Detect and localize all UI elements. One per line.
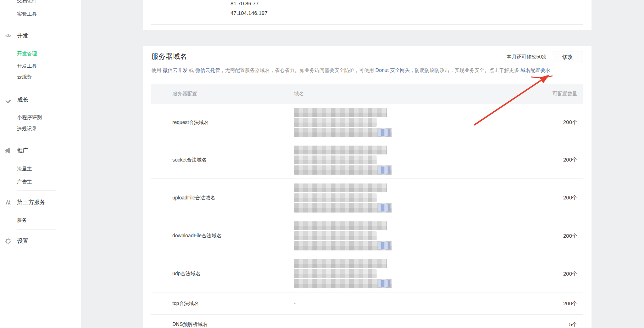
quota-remaining-text: 本月还可修改50次 bbox=[506, 54, 547, 60]
redacted-domains bbox=[294, 183, 395, 213]
row-config-label: DNS预解析域名 bbox=[151, 321, 294, 328]
quota-area: 本月还可修改50次 修改 bbox=[506, 51, 583, 63]
sidebar-divider bbox=[17, 229, 56, 230]
row-domain-cell bbox=[294, 146, 520, 175]
row-domain-cell bbox=[294, 259, 520, 288]
redacted-domains bbox=[294, 221, 395, 250]
donut-gateway-link[interactable]: Donut 安全网关 bbox=[376, 67, 410, 73]
table-header: 服务器配置 域名 可配置数量 bbox=[151, 84, 583, 104]
row-config-label: request合法域名 bbox=[151, 119, 294, 126]
row-count: 5个 bbox=[520, 321, 583, 328]
page-title: 服务器域名 bbox=[151, 52, 187, 61]
third-party-icon bbox=[4, 198, 12, 206]
sidebar-item-label: 实验工具 bbox=[17, 10, 37, 17]
row-config-label: udp合法域名 bbox=[151, 271, 294, 277]
row-count: 200个 bbox=[520, 233, 583, 239]
weixin-mp-console: 交易组件 实验工具 </> 开发 开发管理 开发工具 云服务 成长 小程序评测 bbox=[0, 0, 644, 328]
sidebar-section-label: 推广 bbox=[17, 146, 28, 155]
ip-address: 47.104.146.197 bbox=[231, 9, 267, 17]
ip-list-card: 81.70.86.77 47.104.146.197 bbox=[143, 0, 592, 30]
table-row: socket合法域名 200个 bbox=[151, 141, 583, 179]
desc-text: ，无需配置服务器域名，省心省力。如业务访问需要安全防护，可使用 bbox=[220, 67, 376, 73]
row-count: 200个 bbox=[520, 300, 583, 307]
row-domain-cell bbox=[294, 183, 520, 213]
row-count: 200个 bbox=[520, 157, 583, 163]
megaphone-icon bbox=[4, 147, 12, 154]
row-config-label: tcp合法域名 bbox=[151, 300, 294, 307]
row-count: 200个 bbox=[520, 119, 583, 126]
sidebar-item-label: 流量主 bbox=[17, 165, 32, 172]
sidebar-section-label: 设置 bbox=[17, 237, 28, 245]
table-row: uploadFile合法域名 200个 bbox=[151, 179, 583, 217]
header-server-config: 服务器配置 bbox=[151, 91, 294, 97]
row-domain-cell: - bbox=[294, 301, 520, 306]
sidebar-divider bbox=[17, 87, 56, 87]
row-count: 200个 bbox=[520, 194, 583, 201]
desc-text: 或 bbox=[188, 67, 195, 73]
domain-description: 使用 微信云开发 或 微信云托管，无需配置服务器域名，省心省力。如业务访问需要安… bbox=[151, 67, 573, 74]
redacted-domains bbox=[294, 259, 395, 288]
sidebar-divider bbox=[17, 139, 56, 139]
domain-config-requirements-link[interactable]: 域名配置要求 bbox=[521, 67, 550, 73]
sidebar-item-label: 广告主 bbox=[17, 178, 32, 185]
cloud-dev-link[interactable]: 微信云开发 bbox=[163, 67, 188, 73]
sidebar-divider bbox=[17, 23, 56, 23]
row-count: 200个 bbox=[520, 271, 583, 277]
sprout-icon bbox=[4, 96, 12, 104]
row-domain-cell bbox=[294, 221, 520, 250]
table-row: downloadFile合法域名 200个 bbox=[151, 217, 583, 255]
table-row: request合法域名 200个 bbox=[151, 104, 583, 141]
table-row: tcp合法域名 - 200个 bbox=[151, 293, 583, 315]
desc-text: ，防爬防刷防攻击，实现业务安全。点击了解更多 bbox=[410, 67, 521, 73]
cloud-hosting-link[interactable]: 微信云托管 bbox=[195, 67, 220, 73]
sidebar-item-label: 服务 bbox=[17, 216, 27, 224]
table-row: DNS预解析域名 5个 bbox=[151, 315, 583, 328]
row-config-label: downloadFile合法域名 bbox=[151, 233, 294, 239]
sidebar-item-label: 交易组件 bbox=[17, 0, 37, 4]
sidebar-item-label: 开发工具 bbox=[17, 62, 37, 69]
server-domain-card: 服务器域名 本月还可修改50次 修改 使用 微信云开发 或 微信云托管，无需配置… bbox=[143, 46, 592, 328]
sidebar: 交易组件 实验工具 </> 开发 开发管理 开发工具 云服务 成长 小程序评测 bbox=[0, 0, 81, 328]
redacted-domains bbox=[294, 108, 395, 137]
row-config-label: socket合法域名 bbox=[151, 157, 294, 163]
redacted-domains bbox=[294, 146, 395, 175]
sidebar-item-label: 小程序评测 bbox=[17, 114, 42, 121]
modify-button[interactable]: 修改 bbox=[552, 51, 583, 63]
server-domain-table: 服务器配置 域名 可配置数量 request合法域名 200个 socket合法… bbox=[151, 84, 583, 328]
sidebar-section-label: 开发 bbox=[17, 32, 28, 40]
sidebar-section-label: 成长 bbox=[17, 96, 28, 104]
row-domain-cell bbox=[294, 108, 520, 137]
desc-text: 使用 bbox=[151, 67, 163, 73]
sidebar-item-label: 云服务 bbox=[17, 73, 32, 80]
table-row: udp合法域名 200个 bbox=[151, 255, 583, 293]
sidebar-item-label: 开发管理 bbox=[17, 50, 37, 57]
row-config-label: uploadFile合法域名 bbox=[151, 195, 294, 201]
header-domain: 域名 bbox=[294, 91, 520, 97]
ip-address: 81.70.86.77 bbox=[231, 0, 259, 7]
code-icon: </> bbox=[4, 32, 12, 40]
sidebar-item-label: 违规记录 bbox=[17, 125, 37, 132]
sidebar-section-label: 第三方服务 bbox=[17, 198, 45, 207]
divider bbox=[151, 24, 583, 25]
sidebar-divider bbox=[17, 190, 56, 191]
gear-icon bbox=[4, 237, 12, 245]
header-config-count: 可配置数量 bbox=[520, 91, 583, 97]
